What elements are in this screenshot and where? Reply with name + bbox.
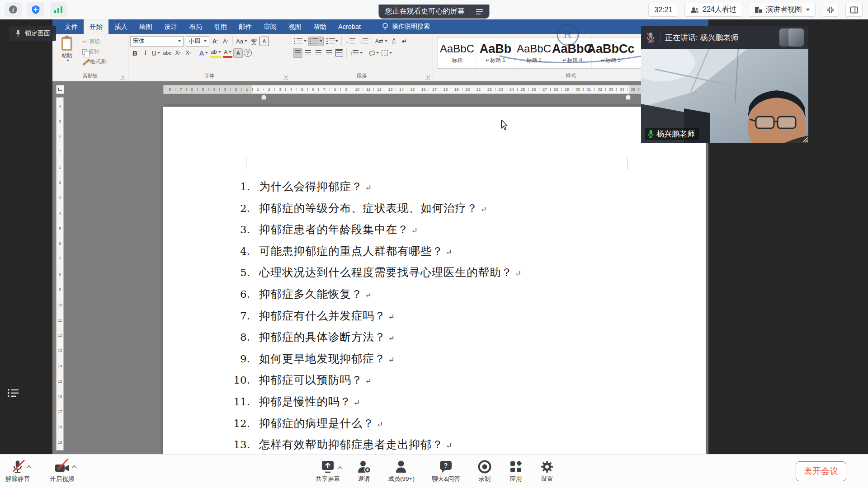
tab-review[interactable]: 审阅 [258, 19, 283, 34]
network-button[interactable] [50, 2, 67, 17]
text-effects-button[interactable]: A [198, 48, 209, 58]
viewer-count-button[interactable]: 224人看过 [684, 3, 742, 17]
font-size-select[interactable]: 小四 [186, 36, 209, 47]
show-marks-button[interactable]: ↵ [400, 37, 409, 46]
vertical-ruler[interactable]: 432112345678910111213141516171819 [56, 97, 64, 450]
asian-layout-button[interactable]: A⇄ [374, 37, 388, 46]
lock-screen-button[interactable]: 锁定画面 [9, 26, 56, 41]
chat-qa-button[interactable]: ? 聊天&问答 [432, 459, 460, 483]
doc-list-item: 7.抑郁症有什么并发症吗？↵ [163, 308, 706, 330]
chevron-up-icon[interactable] [26, 465, 32, 469]
underline-button[interactable]: U [151, 48, 161, 58]
copy-button[interactable]: 复制 [82, 47, 106, 56]
phonetic-guide-button[interactable]: wén文 [249, 37, 259, 46]
annotation-panel-button[interactable] [5, 386, 21, 400]
sort-button[interactable]: AZ↓ [389, 37, 399, 46]
align-right-button[interactable] [314, 48, 323, 58]
members-button[interactable]: 成员(99+) [388, 459, 415, 483]
line-spacing-button[interactable]: ↕ [349, 48, 363, 58]
bold-button[interactable]: B [130, 48, 140, 58]
ruler-number: 2 [264, 87, 274, 92]
tab-design[interactable]: 设计 [158, 19, 183, 34]
ruler-number: 7 [59, 251, 61, 267]
mouse-cursor [500, 120, 509, 132]
font-color-button[interactable]: A [223, 48, 233, 58]
style-chip-4[interactable]: AaBbC↵标题 4 [553, 38, 592, 68]
tab-stop-selector[interactable] [56, 85, 64, 94]
strikethrough-button[interactable]: abe [162, 48, 172, 58]
style-chip-5[interactable]: AaBbCc↵标题 5 [592, 38, 630, 68]
multilevel-list-button[interactable] [325, 37, 339, 46]
dialog-launcher-icon[interactable]: ↘ [283, 75, 288, 80]
justify-button[interactable] [324, 48, 334, 58]
apps-button[interactable]: 应用 [509, 459, 523, 483]
tab-draw[interactable]: 绘图 [133, 19, 158, 34]
horizontal-ruler[interactable]: 8765432112345678910111213141516171819202… [163, 85, 706, 94]
left-indent-marker[interactable] [261, 94, 266, 100]
invite-button[interactable]: 邀请 [357, 459, 371, 483]
share-screen-button[interactable]: 共享屏幕 [316, 459, 340, 483]
shading-button[interactable] [368, 48, 380, 58]
leave-meeting-button[interactable]: 离开会议 [796, 461, 846, 481]
font-family-select[interactable]: 宋体 [130, 36, 184, 47]
view-mode-dropdown[interactable]: 演讲者视图 [749, 3, 816, 17]
paste-button[interactable]: 粘贴 [54, 35, 80, 66]
tab-references[interactable]: 引用 [208, 19, 233, 34]
document-page[interactable]: 1.为什么会得抑郁症？↵2.抑郁症的等级分布、症状表现、如何治疗？↵3.抑郁症患… [163, 107, 706, 454]
grow-font-button[interactable]: Aˆ [210, 37, 220, 46]
tab-file[interactable]: 文件 [59, 19, 84, 34]
style-chip-2[interactable]: AaBb↵标题 1 [476, 38, 515, 68]
format-painter-button[interactable]: 格式刷 [82, 57, 106, 66]
record-button[interactable]: 录制 [477, 459, 492, 483]
character-border-button[interactable]: A [259, 37, 269, 46]
chevron-up-icon[interactable] [337, 466, 343, 469]
svg-text:?: ? [444, 462, 448, 469]
increase-indent-button[interactable]: → [357, 37, 369, 46]
ruler-number: 27 [539, 87, 550, 92]
dialog-launcher-icon[interactable]: ↘ [425, 75, 430, 80]
cut-button[interactable]: ✂ 剪切 [82, 38, 106, 46]
list-number: 2. [163, 202, 250, 214]
subscript-button[interactable]: X2 [174, 48, 183, 58]
banner-menu-icon[interactable] [476, 9, 483, 15]
info-button[interactable]: i [5, 2, 22, 17]
distribute-button[interactable] [335, 48, 344, 58]
tab-mailings[interactable]: 邮件 [233, 19, 258, 34]
exit-fullscreen-button[interactable] [822, 3, 839, 17]
enclose-characters-button[interactable]: 字 [244, 49, 252, 57]
tab-layout[interactable]: 布局 [183, 19, 208, 34]
security-button[interactable] [27, 2, 44, 17]
tab-view[interactable]: 视图 [283, 19, 307, 34]
tab-insert[interactable]: 插入 [108, 19, 133, 34]
chevron-up-icon[interactable] [71, 465, 77, 469]
right-indent-marker[interactable] [626, 94, 631, 100]
change-case-button[interactable]: Aa [235, 37, 248, 46]
speaker-video[interactable]: 杨兴鹏老师 [641, 49, 808, 143]
speaker-video-overlay[interactable]: 正在讲话: 杨兴鹏老师 [641, 26, 808, 143]
side-panel-button[interactable] [845, 3, 863, 17]
resize-grip-icon[interactable] [799, 134, 808, 143]
tab-help[interactable]: 帮助 [307, 19, 332, 34]
tab-home[interactable]: 开始 [84, 19, 108, 34]
superscript-button[interactable]: X2 [184, 48, 193, 58]
italic-button[interactable]: I [141, 48, 150, 58]
unmute-button[interactable]: 解除静音 [5, 459, 30, 483]
tab-acrobat[interactable]: Acrobat [332, 19, 367, 34]
decrease-indent-button[interactable]: ← [344, 37, 356, 46]
bullet-list-button[interactable] [293, 37, 307, 46]
borders-button[interactable] [381, 48, 393, 58]
start-video-button[interactable]: 开启视频 [50, 459, 74, 483]
numbered-list-button[interactable] [308, 37, 324, 46]
character-shading-button[interactable]: A [233, 48, 243, 58]
signal-bars-icon [53, 5, 63, 14]
list-text: 抑郁症的等级分布、症状表现、如何治疗？ [259, 201, 478, 216]
align-left-button[interactable] [293, 48, 302, 58]
shrink-font-button[interactable]: Aˇ [221, 37, 230, 46]
settings-button[interactable]: 设置 [540, 459, 554, 483]
highlight-button[interactable]: ab [210, 48, 222, 58]
style-chip-3[interactable]: AaBbC标题 2 [515, 38, 553, 68]
align-center-button[interactable] [303, 48, 313, 58]
dialog-launcher-icon[interactable]: ↘ [120, 75, 125, 80]
tell-me-search[interactable]: 操作说明搜索 [382, 19, 430, 34]
style-chip-1[interactable]: AaBbC标题 [438, 38, 476, 68]
